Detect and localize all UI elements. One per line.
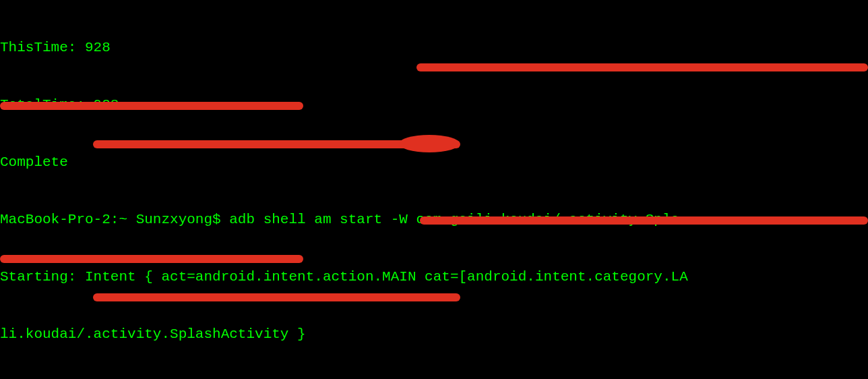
redaction-mark <box>0 102 303 110</box>
redaction-mark <box>420 216 868 225</box>
output-line: Starting: Intent { act=android.intent.ac… <box>0 268 868 287</box>
redaction-mark <box>93 293 460 301</box>
redaction-mark <box>416 63 868 71</box>
redaction-blob <box>399 135 460 152</box>
output-line: Complete <box>0 153 868 172</box>
output-line: li.koudai/.activity.SplashActivity } <box>0 325 868 344</box>
output-line: ThisTime: 928 <box>0 38 868 57</box>
terminal-output: ThisTime: 928 TotalTime: 928 Complete Ma… <box>0 0 868 379</box>
redaction-mark <box>0 255 303 263</box>
